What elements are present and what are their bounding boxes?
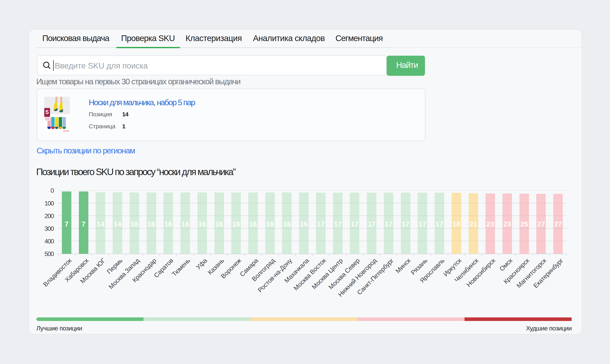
svg-text:5: 5	[45, 109, 49, 115]
svg-text:Размер: Размер	[45, 117, 49, 119]
svg-text:OUTLET: OUTLET	[63, 130, 69, 132]
svg-text:25-29: 25-29	[45, 119, 49, 121]
